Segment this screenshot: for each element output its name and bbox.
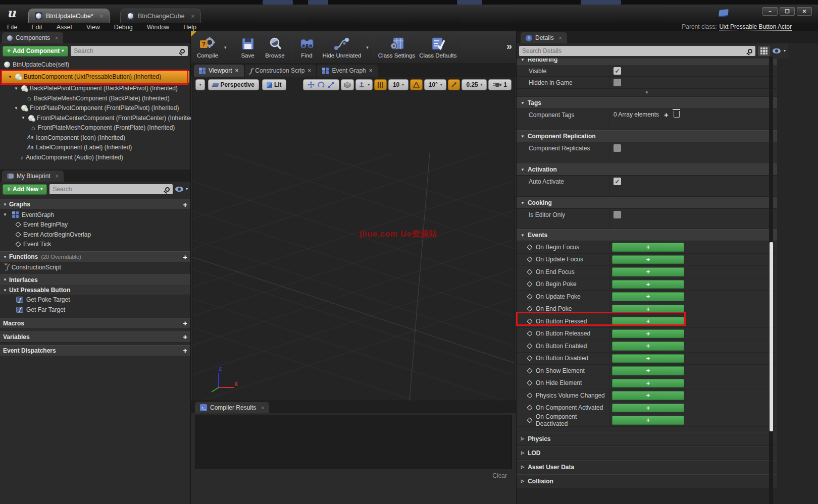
components-search-input[interactable] [74, 47, 180, 54]
close-icon[interactable] [100, 13, 103, 19]
event-graph-item[interactable]: EventGraph [0, 210, 190, 220]
compiler-results-tab[interactable]: Compiler Results [195, 402, 269, 413]
tags-category[interactable]: Tags [517, 97, 777, 109]
property-matrix-button[interactable] [758, 46, 770, 56]
expand-arrow-icon[interactable] [14, 86, 19, 91]
perspective-button[interactable]: Perspective [208, 79, 259, 90]
event-add-button[interactable]: + [612, 255, 684, 264]
event-add-button[interactable]: + [612, 354, 684, 363]
chevron-down-icon[interactable] [366, 45, 369, 50]
tree-item[interactable]: LabelComponent (Label) (Inherited) [0, 143, 190, 153]
tree-item[interactable]: AudioComponent (Audio) (Inherited) [0, 152, 190, 162]
visible-checkbox[interactable] [614, 67, 621, 75]
tree-item[interactable]: BtnUpdateCube(self) [0, 60, 190, 70]
event-add-button[interactable]: + [612, 366, 684, 375]
collapsed-category[interactable]: Physics [517, 432, 777, 446]
coordinate-system-button[interactable] [341, 79, 354, 90]
chevron-down-icon[interactable] [224, 45, 227, 50]
trash-icon[interactable] [674, 111, 680, 118]
interfaces-section-header[interactable]: Interfaces [0, 274, 190, 286]
tutorial-cap-icon[interactable] [719, 9, 729, 16]
add-function-button[interactable]: + [183, 253, 187, 261]
collapsed-category[interactable]: Collision [517, 474, 777, 488]
event-add-button[interactable]: + [612, 280, 684, 289]
add-component-button[interactable]: + Add Component [3, 46, 68, 57]
menu-item[interactable]: Asset [49, 24, 79, 31]
add-macro-button[interactable]: + [183, 319, 187, 327]
event-add-button[interactable]: + [612, 317, 684, 326]
maximize-button[interactable]: ❐ [780, 7, 795, 16]
event-add-button[interactable]: + [612, 267, 684, 276]
component-replicates-checkbox[interactable] [614, 144, 621, 152]
expand-arrow-icon[interactable] [14, 106, 19, 110]
class-settings-button[interactable]: Class Settings [378, 36, 416, 59]
event-add-button[interactable]: + [612, 342, 684, 351]
grid-snap-value[interactable]: 10 [388, 79, 408, 90]
details-tab[interactable]: Details [521, 32, 567, 43]
menu-item[interactable]: Edit [24, 24, 49, 31]
camera-speed-button[interactable]: 1 [488, 79, 512, 90]
close-icon[interactable] [369, 67, 373, 74]
viewport-tab[interactable]: Viewport [194, 65, 244, 77]
is-editor-only-checkbox[interactable] [614, 211, 621, 218]
components-search[interactable] [71, 46, 188, 56]
event-add-button[interactable]: + [612, 404, 684, 413]
component-replication-category[interactable]: Component Replication [517, 130, 777, 142]
variables-section-header[interactable]: Variables + [0, 331, 190, 343]
close-icon[interactable] [261, 405, 264, 411]
event-add-button[interactable]: + [612, 416, 684, 425]
add-variable-button[interactable]: + [183, 332, 187, 341]
menu-item[interactable]: File [0, 24, 24, 31]
dispatchers-section-header[interactable]: Event Dispatchers + [0, 345, 190, 356]
components-tab[interactable]: Components [2, 32, 63, 43]
close-icon[interactable] [308, 67, 311, 74]
event-add-button[interactable]: + [612, 329, 684, 339]
parent-class-link[interactable]: Uxt Pressable Button Actor [720, 23, 792, 31]
activation-category[interactable]: Activation [517, 163, 777, 176]
tree-item[interactable]: FrontPlatePivotComponent (FrontPlatePivo… [0, 103, 190, 114]
event-add-button[interactable]: + [612, 243, 684, 252]
tree-item[interactable]: BackPlateMeshComponent (BackPlate) (Inhe… [0, 93, 190, 103]
event-add-button[interactable]: + [612, 305, 684, 314]
event-add-button[interactable]: + [612, 391, 684, 400]
transform-tools[interactable] [303, 79, 339, 90]
interface-function-item[interactable]: Get Poke Target [0, 295, 190, 305]
compile-button[interactable]: ? Compile [196, 36, 219, 59]
graphs-section-header[interactable]: Graphs + [0, 199, 190, 210]
tree-item-selected[interactable]: ButtonComponent (UxtPressableButton) (In… [1, 71, 189, 83]
asset-tab-btnchangecube[interactable]: BtnChangeCube [120, 9, 201, 23]
functions-section-header[interactable]: Functions (20 Overridable) + [0, 251, 190, 262]
my-blueprint-tab[interactable]: My Blueprint [2, 171, 64, 182]
save-button[interactable]: Save [236, 36, 260, 59]
class-defaults-button[interactable]: Class Defaults [419, 36, 456, 59]
event-add-button[interactable]: + [612, 292, 684, 301]
events-category[interactable]: Events [517, 229, 777, 241]
menu-item[interactable]: Debug [107, 24, 140, 31]
browse-button[interactable]: Browse [264, 36, 287, 59]
tree-item[interactable]: FrontPlateCenterComponent (FrontPlateCen… [0, 113, 190, 123]
toolbar-overflow-icon[interactable] [506, 40, 512, 52]
tree-item[interactable]: IconComponent (Icon) (Inherited) [0, 133, 190, 143]
menu-item[interactable]: Window [140, 24, 176, 31]
macros-section-header[interactable]: Macros + [0, 318, 190, 329]
scale-snap-toggle[interactable] [448, 79, 460, 90]
viewport-options-button[interactable] [195, 79, 205, 90]
angle-snap-toggle[interactable] [410, 79, 423, 90]
construction-script-tab[interactable]: Construction Scrip [245, 65, 317, 77]
close-icon[interactable] [56, 174, 59, 179]
add-dispatcher-button[interactable]: + [183, 346, 187, 355]
hidden-in-game-checkbox[interactable] [614, 79, 621, 86]
close-icon[interactable] [235, 67, 238, 74]
interface-group-header[interactable]: Uxt Pressable Button [0, 286, 190, 295]
add-new-button[interactable]: + Add New [3, 184, 47, 195]
minimize-button[interactable]: – [762, 7, 778, 16]
details-scrollbar[interactable] [769, 57, 773, 504]
visibility-filter-icon[interactable] [773, 48, 781, 53]
scrollbar-thumb[interactable] [770, 242, 773, 431]
expand-arrow-icon[interactable] [8, 75, 13, 79]
scale-snap-value[interactable]: 0.25 [462, 79, 487, 90]
graph-event-item[interactable]: Event BeginPlay [0, 220, 190, 230]
interface-function-item[interactable]: Get Far Target [0, 305, 190, 315]
close-button[interactable]: ✕ [797, 7, 812, 16]
collapsed-category[interactable]: Asset User Data [517, 460, 777, 474]
